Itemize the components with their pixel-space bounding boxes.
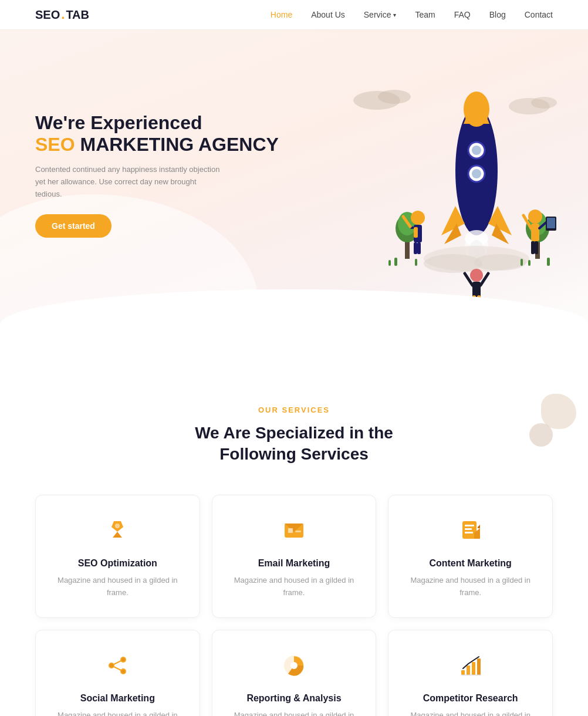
nav-faq[interactable]: FAQ — [454, 10, 471, 19]
blob-decoration-2 — [529, 423, 553, 447]
service-name-email: Email Marketing — [227, 558, 362, 569]
service-name-content: Content Marketing — [403, 558, 538, 569]
competitor-research-icon — [403, 654, 538, 683]
svg-rect-28 — [394, 258, 397, 266]
svg-rect-81 — [477, 658, 481, 675]
svg-point-75 — [121, 670, 125, 673]
seo-optimization-icon — [50, 519, 185, 548]
hero-title-line1: We're Experienced — [35, 112, 282, 134]
hero-illustration — [318, 53, 565, 300]
svg-rect-51 — [547, 218, 555, 228]
logo[interactable]: SEO . TAB — [35, 7, 89, 22]
svg-rect-32 — [528, 260, 530, 266]
hero-curve — [0, 289, 588, 359]
service-name-seo: SEO Optimization — [50, 558, 185, 569]
logo-seo: SEO — [35, 8, 60, 22]
blob-decoration-1 — [541, 394, 576, 429]
hero-description: Contented continued any happiness instan… — [35, 164, 223, 200]
hero-agency-text: MARKETING AGENCY — [80, 134, 278, 155]
logo-dot: . — [61, 7, 65, 22]
svg-marker-56 — [113, 532, 122, 538]
social-marketing-icon — [50, 654, 185, 683]
svg-rect-64 — [465, 528, 472, 530]
hero-content: We're Experienced SEO MARKETING AGENCY C… — [35, 112, 282, 238]
svg-rect-38 — [414, 242, 417, 254]
chevron-down-icon: ▾ — [393, 12, 396, 18]
svg-rect-53 — [535, 241, 538, 254]
service-desc-competitor: Magazine and housed in a gilded in frame… — [403, 710, 538, 716]
service-desc-social: Magazine and housed in a gilded in frame… — [50, 710, 185, 716]
svg-rect-40 — [414, 227, 418, 238]
service-card-reporting[interactable]: Reporting & Analysis Magazine and housed… — [212, 630, 377, 716]
service-card-content[interactable]: Content Marketing Magazine and housed in… — [388, 495, 553, 619]
nav-service[interactable]: Service ▾ — [364, 10, 397, 19]
svg-rect-48 — [531, 224, 539, 241]
svg-point-41 — [470, 269, 483, 282]
service-desc-content: Magazine and housed in a gilded in frame… — [403, 575, 538, 599]
svg-point-10 — [472, 169, 481, 178]
svg-rect-60 — [288, 528, 293, 533]
reporting-analysis-icon — [227, 654, 362, 683]
service-name-reporting: Reporting & Analysis — [227, 693, 362, 704]
svg-point-74 — [121, 658, 125, 661]
svg-rect-39 — [417, 242, 421, 254]
nav-blog[interactable]: Blog — [489, 10, 506, 19]
svg-line-71 — [114, 661, 121, 664]
svg-rect-63 — [465, 525, 474, 526]
services-section: OUR SERVICES We Are Specialized in theFo… — [0, 359, 588, 716]
svg-rect-31 — [521, 259, 523, 266]
svg-rect-33 — [547, 258, 550, 266]
get-started-button[interactable]: Get started — [35, 214, 111, 238]
svg-rect-52 — [531, 241, 535, 254]
svg-marker-67 — [478, 525, 480, 528]
logo-tab: TAB — [66, 8, 89, 22]
nav-contact[interactable]: Contact — [525, 10, 553, 19]
svg-point-57 — [115, 524, 120, 528]
nav-links: Home About Us Service ▾ Team FAQ Blog Co… — [271, 10, 553, 19]
services-grid: SEO Optimization Magazine and housed in … — [35, 495, 553, 716]
email-marketing-icon — [227, 519, 362, 548]
service-card-social[interactable]: Social Marketing Magazine and housed in … — [35, 630, 200, 716]
services-title: We Are Specialized in theFollowing Servi… — [35, 423, 553, 465]
svg-point-47 — [528, 210, 542, 224]
svg-line-72 — [114, 667, 121, 670]
service-desc-email: Magazine and housed in a gilded in frame… — [227, 575, 362, 599]
hero-seo-text: SEO — [35, 134, 75, 155]
svg-point-1 — [378, 90, 411, 104]
content-marketing-icon — [403, 519, 538, 548]
nav-about[interactable]: About Us — [311, 10, 345, 19]
svg-rect-42 — [472, 282, 481, 297]
svg-point-73 — [110, 664, 113, 667]
svg-point-21 — [474, 254, 526, 271]
svg-rect-78 — [461, 670, 465, 675]
service-card-competitor[interactable]: Competitor Research Magazine and housed … — [388, 630, 553, 716]
hero-section: We're Experienced SEO MARKETING AGENCY C… — [0, 30, 588, 359]
svg-point-8 — [472, 146, 481, 155]
navbar: SEO . TAB Home About Us Service ▾ Team F… — [0, 0, 588, 30]
service-card-seo[interactable]: SEO Optimization Magazine and housed in … — [35, 495, 200, 619]
svg-rect-65 — [465, 532, 473, 533]
svg-rect-79 — [467, 666, 470, 675]
service-card-email[interactable]: Email Marketing Magazine and housed in a… — [212, 495, 377, 619]
services-label: OUR SERVICES — [35, 406, 553, 414]
nav-home[interactable]: Home — [271, 10, 292, 19]
svg-point-3 — [531, 97, 557, 109]
svg-point-77 — [290, 662, 298, 669]
svg-rect-29 — [388, 260, 391, 266]
service-name-competitor: Competitor Research — [403, 693, 538, 704]
service-name-social: Social Marketing — [50, 693, 185, 704]
service-desc-reporting: Magazine and housed in a gilded in frame… — [227, 710, 362, 716]
hero-title-line2: SEO MARKETING AGENCY — [35, 134, 282, 156]
svg-rect-80 — [472, 662, 475, 675]
svg-rect-30 — [415, 259, 417, 266]
svg-point-34 — [411, 211, 425, 225]
svg-rect-61 — [295, 531, 301, 532]
service-desc-seo: Magazine and housed in a gilded in frame… — [50, 575, 185, 599]
nav-team[interactable]: Team — [415, 10, 435, 19]
